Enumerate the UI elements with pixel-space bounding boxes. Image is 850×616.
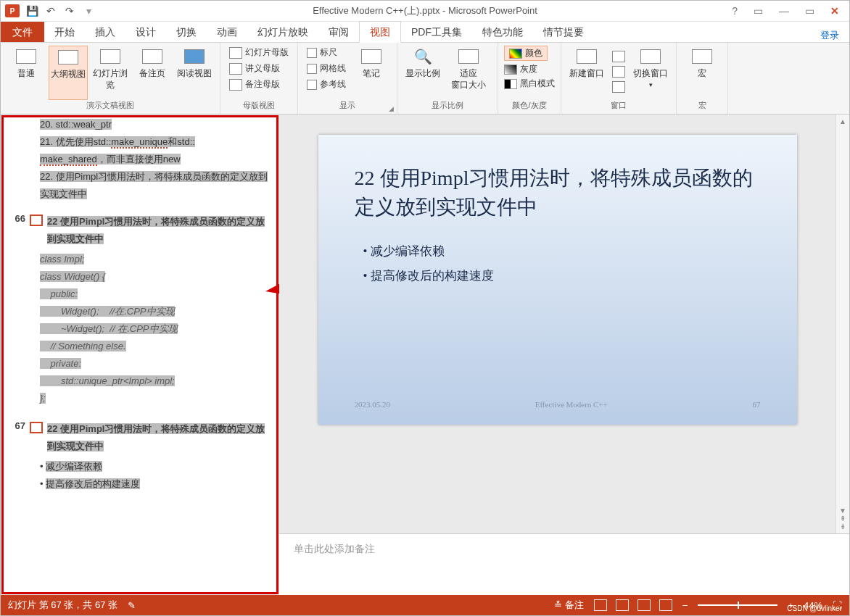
window-title: Effective Modern C++(上).pptx - Microsoft… [1, 4, 849, 17]
group-label: 显示 [339, 100, 355, 114]
slideshow-view-icon[interactable] [659, 599, 672, 611]
outline-slide-title[interactable]: 22 使用Pimpl习惯用法时，将特殊成员函数的定义放到实现文件中 [47, 216, 265, 244]
macros-button[interactable]: 宏 [682, 46, 722, 100]
title-bar: P 💾 ↶ ↷ ▾ Effective Modern C++(上).pptx -… [1, 1, 849, 22]
minimize-icon[interactable]: — [779, 5, 789, 17]
maximize-icon[interactable]: ▭ [805, 5, 814, 17]
tab-special[interactable]: 特色功能 [472, 22, 533, 42]
tab-insert[interactable]: 插入 [85, 22, 125, 42]
outline-view-button[interactable]: 大纲视图 [49, 46, 88, 100]
fit-to-window-button[interactable]: 适应 窗口大小 [445, 46, 492, 100]
slide-sorter-button[interactable]: 幻灯片浏览 [91, 46, 130, 100]
normal-view-button[interactable]: 普通 [7, 46, 46, 100]
view-mode-icons [594, 599, 672, 611]
tab-design[interactable]: 设计 [125, 22, 166, 42]
group-show: 标尺 网格线 参考线 笔记 显示 ◢ [298, 43, 397, 114]
color-button[interactable]: 颜色 [504, 46, 548, 61]
tab-slideshow[interactable]: 幻灯片放映 [247, 22, 318, 42]
slide-icon[interactable] [30, 422, 43, 433]
ribbon: 普通 大纲视图 幻灯片浏览 备注页 阅读视图 演示文稿视图 幻灯片母版 讲义母版… [1, 43, 849, 115]
group-label: 演示文稿视图 [86, 100, 134, 114]
normal-view-icon[interactable] [594, 599, 607, 611]
slide-canvas[interactable]: 22 使用Pimpl习惯用法时，将特殊成员函数的定义放到实现文件中 减少编译依赖… [279, 115, 835, 533]
grayscale-button[interactable]: 灰度 [504, 63, 537, 75]
move-split-button[interactable] [609, 80, 628, 93]
slide-title[interactable]: 22 使用Pimpl习惯用法时，将特殊成员函数的定义放到实现文件中 [355, 164, 761, 222]
status-bar: 幻灯片 第 67 张，共 67 张 ✎ ≛ 备注 − + 44% ⛶ CSDN … [1, 595, 849, 615]
group-master-views: 幻灯片母版 讲义母版 备注母版 母版视图 [220, 43, 298, 114]
slide-icon[interactable] [30, 215, 43, 226]
dialog-launcher-icon[interactable]: ◢ [389, 105, 394, 112]
group-zoom: 🔍显示比例 适应 窗口大小 显示比例 [397, 43, 498, 114]
undo-icon[interactable]: ↶ [44, 4, 57, 17]
status-notes-button[interactable]: ≛ 备注 [554, 599, 584, 612]
slide-master-button[interactable]: 幻灯片母版 [226, 46, 292, 59]
tab-review[interactable]: 审阅 [318, 22, 359, 42]
tab-pdf[interactable]: PDF工具集 [401, 22, 472, 42]
status-slide-counter[interactable]: 幻灯片 第 67 张，共 67 张 [8, 599, 117, 612]
notes-master-button[interactable]: 备注母版 [226, 78, 283, 91]
slide-footer-page: 67 [753, 400, 761, 409]
scroll-down-icon[interactable]: ▼ [839, 507, 846, 515]
next-slide-icon[interactable]: ⇟ [840, 523, 846, 530]
notes-page-button[interactable]: 备注页 [133, 46, 172, 100]
switch-windows-button[interactable]: 切换窗口▾ [631, 46, 670, 100]
reading-view-icon[interactable] [638, 599, 651, 611]
sign-in-link[interactable]: 登录 [820, 29, 849, 42]
vertical-scrollbar[interactable]: ▲ ▼ ⇞ ⇟ [835, 115, 849, 533]
close-icon[interactable]: ✕ [830, 5, 839, 17]
tab-file[interactable]: 文件 [1, 22, 44, 42]
slide-footer-title: Effective Modern C++ [535, 400, 608, 409]
prev-slide-icon[interactable]: ⇞ [840, 515, 846, 523]
group-presentation-views: 普通 大纲视图 幻灯片浏览 备注页 阅读视图 演示文稿视图 [1, 43, 220, 114]
save-icon[interactable]: 💾 [25, 4, 38, 17]
group-label: 宏 [698, 100, 706, 114]
zoom-out-icon[interactable]: − [682, 600, 688, 611]
group-color-grayscale: 颜色 灰度 黑白模式 颜色/灰度 [498, 43, 561, 114]
spellcheck-icon[interactable]: ✎ [128, 600, 136, 611]
slide-body[interactable]: 减少编译依赖 提高修改后的构建速度 [355, 239, 761, 288]
blackwhite-button[interactable]: 黑白模式 [504, 78, 555, 90]
scroll-up-icon[interactable]: ▲ [839, 117, 846, 125]
ribbon-tabs: 文件 开始 插入 设计 切换 动画 幻灯片放映 审阅 视图 PDF工具集 特色功… [1, 22, 849, 43]
tab-view[interactable]: 视图 [359, 21, 401, 43]
reading-view-button[interactable]: 阅读视图 [175, 46, 214, 100]
group-macros: 宏 宏 [677, 43, 728, 114]
work-area: 20. std::weak_ptr 21. 优先使用std::make_uniq… [1, 115, 849, 595]
group-label: 颜色/灰度 [512, 100, 546, 114]
outline-slide-number: 66 [8, 213, 25, 224]
cascade-button[interactable] [609, 65, 628, 78]
notes-button[interactable]: 笔记 [352, 46, 391, 100]
watermark: CSDN @dvlinker [787, 604, 842, 612]
powerpoint-logo-icon: P [5, 4, 20, 17]
notes-placeholder[interactable]: 单击此处添加备注 [294, 543, 375, 556]
outline-text[interactable]: 20. std::weak_ptr [40, 119, 112, 130]
handout-master-button[interactable]: 讲义母版 [226, 62, 283, 75]
redo-icon[interactable]: ↷ [63, 4, 76, 17]
ribbon-options-icon[interactable]: ▭ [754, 5, 763, 17]
group-window: 新建窗口 切换窗口▾ 窗口 [561, 43, 677, 114]
arrange-all-button[interactable] [609, 50, 628, 63]
notes-pane[interactable]: 单击此处添加备注 [279, 533, 849, 595]
tab-animations[interactable]: 动画 [207, 22, 247, 42]
slide-footer-date: 2023.05.20 [355, 400, 391, 409]
zoom-slider[interactable] [698, 604, 777, 606]
outline-pane[interactable]: 20. std::weak_ptr 21. 优先使用std::make_uniq… [1, 115, 278, 594]
new-window-button[interactable]: 新建窗口 [567, 46, 606, 100]
slide-area: 22 使用Pimpl习惯用法时，将特殊成员函数的定义放到实现文件中 减少编译依赖… [279, 115, 849, 595]
outline-slide-title[interactable]: 22 使用Pimpl习惯用法时，将特殊成员函数的定义放到实现文件中 [47, 423, 265, 451]
tab-transitions[interactable]: 切换 [166, 22, 207, 42]
group-label: 窗口 [611, 100, 627, 114]
group-label: 显示比例 [432, 100, 463, 114]
group-label: 母版视图 [243, 100, 275, 114]
tab-story[interactable]: 情节提要 [533, 22, 594, 42]
gridlines-checkbox[interactable]: 网格线 [304, 62, 349, 75]
guides-checkbox[interactable]: 参考线 [304, 78, 349, 91]
ruler-checkbox[interactable]: 标尺 [304, 46, 340, 59]
tab-home[interactable]: 开始 [44, 22, 85, 42]
sorter-view-icon[interactable] [616, 599, 629, 611]
outline-slide-number: 67 [8, 420, 25, 431]
zoom-button[interactable]: 🔍显示比例 [403, 46, 442, 100]
help-icon[interactable]: ? [732, 5, 738, 17]
slide-preview: 22 使用Pimpl习惯用法时，将特殊成员函数的定义放到实现文件中 减少编译依赖… [318, 135, 797, 425]
